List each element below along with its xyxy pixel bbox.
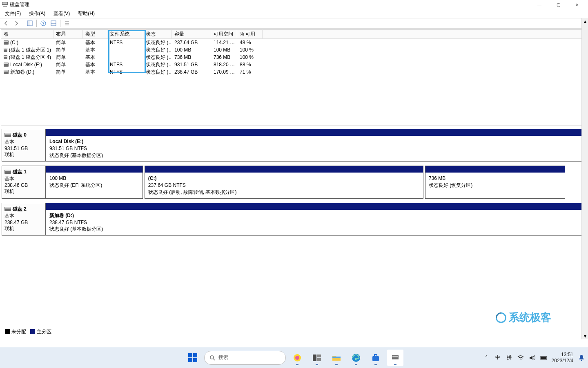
col-header-type[interactable]: 类型	[83, 30, 107, 38]
disk-icon	[4, 207, 11, 211]
menu-file[interactable]: 文件(F)	[2, 9, 23, 18]
volume-type: 基本	[83, 39, 107, 46]
watermark-logo-icon	[494, 310, 509, 325]
disk-type: 基本	[4, 139, 43, 146]
volume-name: (C:)	[10, 40, 18, 45]
volume-layout: 简单	[53, 54, 83, 61]
notifications-icon[interactable]	[578, 355, 585, 361]
svg-rect-14	[188, 358, 192, 362]
scrollbar-up-icon[interactable]: ▴	[582, 18, 588, 25]
disk-size: 238.46 GB	[4, 182, 43, 188]
partition-band	[46, 203, 586, 210]
col-header-filesystem[interactable]: 文件系统	[107, 30, 143, 38]
volume-row[interactable]: (磁盘 1 磁盘分区 1) 简单 基本 状态良好 (… 100 MB 100 M…	[1, 46, 587, 54]
taskbar-app-taskview[interactable]	[309, 350, 325, 366]
svg-point-32	[581, 359, 582, 361]
volume-layout: 简单	[53, 61, 83, 68]
drive-icon	[4, 63, 9, 67]
taskbar-app-diskmgmt[interactable]	[387, 350, 403, 366]
disk-icon	[4, 170, 11, 174]
svg-text:?: ?	[42, 21, 44, 25]
partition-box[interactable]: 新加卷 (D:) 238.47 GB NTFS 状态良好 (基本数据分区)	[46, 203, 586, 236]
disk-title: 磁盘 0	[13, 132, 27, 138]
window-minimize-button[interactable]: —	[530, 0, 549, 9]
tray-clock[interactable]: 13:51 2023/12/4	[552, 352, 573, 364]
menu-view[interactable]: 查看(V)	[51, 9, 72, 18]
partition-band	[425, 166, 565, 173]
disk-size: 931.51 GB	[4, 146, 43, 151]
svg-rect-1	[2, 2, 7, 4]
volume-row[interactable]: Local Disk (E:) 简单 基本 NTFS 状态良好 (… 931.5…	[1, 61, 587, 68]
col-header-percent[interactable]: % 可用	[237, 30, 263, 38]
tray-ime-mode[interactable]: 拼	[506, 355, 512, 361]
volume-percent: 48 %	[237, 40, 263, 45]
partition-box[interactable]: 100 MB 状态良好 (EFI 系统分区)	[46, 166, 143, 198]
col-header-status[interactable]: 状态	[143, 30, 172, 38]
volume-list: 卷 布局 类型 文件系统 状态 容量 可用空间 % 可用 (C:) 简单 基本 …	[1, 29, 587, 126]
scrollbar-down-icon[interactable]: ▾	[582, 333, 588, 339]
volume-free: 114.21 …	[211, 40, 237, 45]
col-header-volume[interactable]: 卷	[1, 30, 53, 38]
legend-primary: 主分区	[37, 329, 51, 334]
disk-type: 基本	[4, 175, 43, 182]
volume-name: (磁盘 1 磁盘分区 1)	[9, 47, 51, 54]
drive-icon	[4, 48, 7, 52]
volume-status: 状态良好 (…	[143, 54, 172, 61]
partition-box[interactable]: (C:) 237.64 GB NTFS 状态良好 (启动, 故障转储, 基本数据…	[145, 166, 423, 198]
volume-free: 170.09 …	[211, 69, 237, 75]
disk-header[interactable]: 磁盘 0 基本 931.51 GB 联机	[2, 129, 46, 162]
taskbar-app-store[interactable]	[368, 350, 384, 366]
disk-header[interactable]: 磁盘 2 基本 238.47 GB 联机	[2, 203, 46, 236]
partition-box[interactable]: 736 MB 状态良好 (恢复分区)	[425, 166, 565, 198]
taskbar-app-edge[interactable]	[348, 350, 364, 366]
taskbar-app-copilot[interactable]	[289, 350, 305, 366]
svg-rect-13	[193, 353, 197, 357]
volume-status: 状态良好 (…	[143, 47, 172, 54]
volume-capacity: 736 MB	[172, 54, 211, 60]
toolbar-panel1-icon[interactable]	[25, 19, 34, 27]
toolbar-help-icon[interactable]: ?	[39, 19, 48, 27]
volume-capacity: 238.47 GB	[172, 69, 211, 75]
volume-row[interactable]: 新加卷 (D:) 简单 基本 NTFS 状态良好 (… 238.47 GB 17…	[1, 68, 587, 76]
volume-name: 新加卷 (D:)	[10, 69, 34, 76]
volume-row[interactable]: (C:) 简单 基本 NTFS 状态良好 (… 237.64 GB 114.21…	[1, 39, 587, 46]
svg-rect-23	[332, 357, 341, 358]
window-scrollbar[interactable]: ▴ ▾	[581, 18, 588, 339]
partition-band	[145, 166, 423, 173]
col-header-capacity[interactable]: 容量	[172, 30, 211, 38]
volume-name: (磁盘 1 磁盘分区 4)	[9, 54, 51, 61]
back-icon[interactable]	[2, 19, 11, 27]
volume-status: 状态良好 (…	[143, 69, 172, 76]
disk-header[interactable]: 磁盘 1 基本 238.46 GB 联机	[2, 166, 46, 198]
window-maximize-button[interactable]: ▢	[549, 0, 568, 9]
battery-icon[interactable]	[540, 355, 547, 361]
partition-size: 100 MB	[49, 175, 139, 182]
window-close-button[interactable]: ✕	[568, 0, 586, 9]
volume-name: Local Disk (E:)	[10, 62, 42, 67]
partition-status: 状态良好 (基本数据分区)	[49, 226, 583, 233]
toolbar-list-icon[interactable]	[62, 19, 71, 27]
volume-filesystem: NTFS	[107, 69, 143, 75]
taskbar-search[interactable]: 搜索	[204, 351, 286, 365]
wifi-icon[interactable]	[517, 355, 524, 361]
disk-state: 联机	[4, 151, 43, 158]
start-button[interactable]	[185, 350, 201, 366]
menu-help[interactable]: 帮助(H)	[76, 9, 97, 18]
tray-chevron-up-icon[interactable]: ˄	[483, 355, 490, 361]
col-header-free[interactable]: 可用空间	[211, 30, 237, 38]
taskbar-app-explorer[interactable]	[328, 350, 345, 366]
toolbar-panel2-icon[interactable]	[49, 19, 58, 27]
volume-layout: 简单	[53, 39, 83, 46]
volume-icon[interactable]	[529, 355, 535, 361]
partition-size: 237.64 GB NTFS	[148, 182, 420, 189]
menu-action[interactable]: 操作(A)	[27, 9, 48, 18]
forward-icon[interactable]	[12, 19, 21, 27]
partition-box[interactable]: Local Disk (E:) 931.51 GB NTFS 状态良好 (基本数…	[46, 129, 586, 162]
watermark: 系统极客	[496, 310, 551, 325]
partition-band	[46, 166, 143, 173]
partition-status: 状态良好 (启动, 故障转储, 基本数据分区)	[148, 189, 420, 196]
volume-row[interactable]: (磁盘 1 磁盘分区 4) 简单 基本 状态良好 (… 736 MB 736 M…	[1, 54, 587, 61]
svg-rect-12	[188, 353, 192, 357]
tray-ime-lang[interactable]: 中	[494, 355, 501, 361]
col-header-layout[interactable]: 布局	[53, 30, 83, 38]
